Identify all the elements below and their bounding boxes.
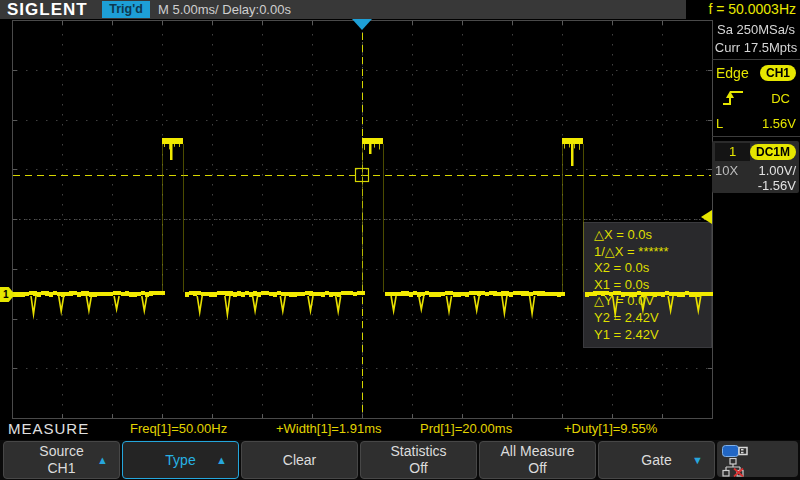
trigger-status-badge: Trig'd <box>102 1 150 18</box>
memory-depth: Curr 17.5Mpts <box>712 39 800 57</box>
trigger-level-value: 1.56V <box>762 116 796 131</box>
acquisition-info: Sa 250MSa/s Curr 17.5Mpts <box>712 21 800 57</box>
trigger-mode: Edge <box>716 65 749 81</box>
frequency-counter: f = 50.0003Hz <box>686 0 800 19</box>
statistics-button[interactable]: Statistics Off <box>360 441 477 479</box>
up-arrow-icon: ▲ <box>216 455 227 466</box>
all-measure-button[interactable]: All Measure Off <box>479 441 596 479</box>
waveform-trace <box>0 0 800 480</box>
oscilloscope-screen: △X = 0.0s 1/△X = ****** X2 = 0.0s X1 = 0… <box>0 0 800 480</box>
measurement-freq: Freq[1]=50.00Hz <box>130 419 227 439</box>
measurement-duty: +Duty[1]=9.55% <box>564 419 657 439</box>
trigger-source-badge: CH1 <box>760 65 796 81</box>
trigger-level-label: L <box>716 116 723 131</box>
frequency-counter-value: f = 50.0003Hz <box>708 0 796 19</box>
trigger-position-icon[interactable] <box>352 19 372 30</box>
measurement-period: Prd[1]=20.00ms <box>420 419 512 439</box>
measure-bar: MEASURE Freq[1]=50.00Hz +Width[1]=1.91ms… <box>0 419 800 439</box>
measurement-width: +Width[1]=1.91ms <box>276 419 382 439</box>
status-icons-panel <box>717 441 798 477</box>
channel-offset: -1.56V <box>758 178 796 193</box>
measure-title: MEASURE <box>8 419 89 439</box>
sample-rate: Sa 250MSa/s <box>712 21 800 39</box>
source-button[interactable]: Source CH1 ▲ <box>3 441 120 479</box>
rising-edge-icon <box>722 90 744 106</box>
channel-number: 1 <box>715 143 750 161</box>
trigger-level-icon[interactable] <box>701 210 712 224</box>
probe-attenuation: 10X <box>715 163 738 178</box>
channel-coupling-badge: DC1M <box>750 144 796 160</box>
channel1-info-panel[interactable]: 1 DC1M 10X 1.00V/ -1.56V <box>712 141 799 193</box>
timebase-readout: M 5.00ms/ Delay:0.00s <box>158 0 291 19</box>
clear-button[interactable]: Clear <box>241 441 358 479</box>
lan-disconnected-icon <box>722 458 744 477</box>
header-bar: SIGLENT Trig'd M 5.00ms/ Delay:0.00s <box>0 0 800 19</box>
down-arrow-icon: ▼ <box>692 455 703 466</box>
trigger-coupling: DC <box>771 91 790 106</box>
type-button[interactable]: Type ▲ <box>122 441 239 479</box>
gate-button[interactable]: Gate ▼ <box>598 441 715 479</box>
volts-per-div: 1.00V/ <box>758 163 796 178</box>
siglent-logo: SIGLENT <box>7 0 88 19</box>
sidebar-divider <box>712 136 800 137</box>
sidebar-divider <box>712 59 800 60</box>
up-arrow-icon: ▲ <box>97 455 108 466</box>
usb-icon <box>722 444 748 458</box>
trigger-info-panel[interactable]: Edge CH1 DC L 1.56V <box>712 62 800 133</box>
softkey-menu: Source CH1 ▲ Type ▲ Clear Statistics Off… <box>0 440 800 480</box>
